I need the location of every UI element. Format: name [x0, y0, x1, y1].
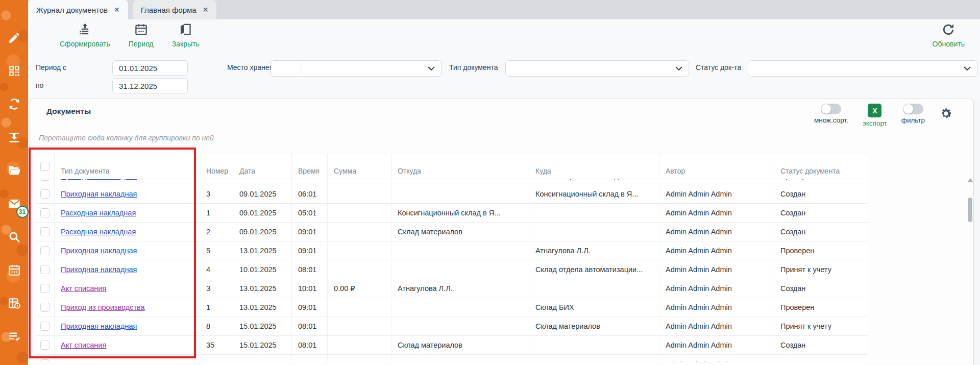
sidebar-item-edit[interactable] [7, 32, 21, 46]
multi-sort-label: множ.сорт. [814, 116, 848, 124]
period-to-input[interactable]: 31.12.2025 [112, 78, 188, 93]
refresh-label: Обновить [933, 40, 965, 48]
column-header[interactable]: Тип документа [54, 154, 200, 179]
select-all-checkbox[interactable] [40, 162, 50, 171]
generate-icon [78, 22, 92, 38]
doc-type-link[interactable]: Приходная накладная [61, 247, 137, 255]
toolbar: Сформировать Период Закрыть Обновить [28, 19, 980, 56]
sidebar-item-import[interactable] [7, 131, 21, 145]
refresh-icon [941, 22, 955, 39]
chevron-down-icon[interactable] [964, 66, 971, 71]
doc-type-link[interactable]: Акт списания [61, 284, 106, 293]
doc-type-link[interactable]: Акт списания [61, 341, 106, 349]
filter-label: фильтр [901, 116, 925, 124]
row-checkbox[interactable] [40, 179, 50, 181]
row-checkbox[interactable] [40, 284, 50, 293]
sidebar-item-qr[interactable] [7, 65, 21, 79]
chevron-down-icon[interactable] [675, 66, 682, 71]
row-checkbox[interactable] [40, 359, 50, 361]
column-header[interactable]: Номер [200, 154, 233, 179]
sidebar-item-sync[interactable] [7, 98, 21, 112]
search-icon [8, 230, 21, 246]
export-excel-button[interactable]: X экспорт [863, 104, 887, 127]
close-tab-icon[interactable]: ✕ [114, 6, 120, 14]
refresh-button[interactable]: Обновить [933, 22, 965, 48]
scroll-up-icon[interactable] [968, 178, 973, 182]
table-body: Приходная накладнаяКонсигнационный склад… [36, 179, 868, 361]
period-to-label: по [36, 81, 43, 89]
table-row: Приходная накладная309.01.202506:01Конси… [36, 185, 868, 204]
row-checkbox[interactable] [40, 208, 50, 217]
column-header[interactable]: Куда [529, 154, 659, 179]
doc-type-link[interactable]: Приходная накладная [61, 179, 137, 180]
toggle-knob [903, 104, 913, 114]
sidebar: 31 [0, 0, 28, 365]
sidebar-item-search[interactable] [7, 231, 21, 245]
column-header[interactable]: Откуда [391, 154, 529, 179]
tasks-checklist-icon [8, 330, 21, 345]
status-select[interactable] [748, 60, 977, 77]
period-from-input[interactable]: 01.01.2025 [112, 60, 188, 76]
report-schedule-icon [8, 297, 21, 312]
close-tab-icon[interactable]: ✕ [203, 6, 209, 14]
mail-badge: 31 [16, 206, 29, 218]
table-row: Приходная накладнаяКонсигнационный склад… [36, 179, 868, 185]
chevron-down-icon[interactable] [428, 66, 435, 71]
column-header[interactable]: Статус документа [774, 154, 868, 179]
filter-toggle[interactable]: фильтр [901, 104, 925, 124]
settings-button[interactable] [939, 107, 953, 123]
table-row: Приходная накладная916.01.202506:01Склад… [36, 355, 868, 361]
storage-code-input[interactable] [271, 61, 302, 76]
documents-panel: Документы множ.сорт. X экспорт фильтр Пе… [30, 99, 974, 365]
table-row: Приходная накладная513.01.202509:01Атнаг… [36, 241, 868, 260]
tab-main-form[interactable]: Главная форма ✕ [133, 0, 217, 19]
close-door-icon [179, 22, 192, 38]
row-checkbox[interactable] [40, 340, 50, 350]
column-header[interactable]: Дата [233, 154, 291, 179]
storage-select[interactable] [271, 60, 442, 77]
doc-type-label: Тип документа [449, 63, 498, 71]
tab-bar: Журнал документов ✕ Главная форма ✕ [28, 0, 980, 19]
doc-type-link[interactable]: Приходная накладная [61, 322, 137, 330]
table-row: Приход из производства113.01.202509:01Ск… [36, 298, 868, 317]
doc-type-link[interactable]: Приходная накладная [61, 190, 137, 198]
header-select-all[interactable] [36, 154, 54, 179]
row-checkbox[interactable] [40, 322, 50, 331]
sidebar-item-tasks[interactable] [7, 330, 21, 345]
toggle-track[interactable] [903, 104, 923, 114]
sidebar-item-folder[interactable] [7, 164, 21, 179]
gear-icon [939, 113, 953, 122]
table-row: Приходная накладная410.01.202508:01Склад… [36, 260, 868, 279]
row-checkbox[interactable] [40, 265, 50, 274]
column-header[interactable]: Время [291, 154, 327, 179]
doc-type-link[interactable]: Приходная накладная [61, 265, 137, 274]
doc-type-select[interactable] [505, 60, 689, 77]
scrollbar-thumb[interactable] [968, 198, 972, 222]
excel-icon[interactable]: X [868, 104, 881, 117]
column-header[interactable]: Автор [659, 154, 774, 179]
sidebar-item-calendar[interactable] [7, 264, 21, 278]
clipped-row: Приходная накладнаяКонсигнационный склад… [36, 179, 868, 185]
doc-type-link[interactable]: Приход из производства [61, 303, 145, 311]
edit-icon [8, 31, 21, 46]
multi-sort-toggle[interactable]: множ.сорт. [814, 104, 848, 124]
generate-button[interactable]: Сформировать [60, 22, 110, 48]
toggle-track[interactable] [821, 104, 841, 114]
table-row: Акт списания3515.01.202508:01Склад матер… [36, 336, 868, 355]
panel-title: Документы [46, 107, 91, 116]
doc-type-link[interactable]: Расходная накладная [61, 228, 136, 236]
sidebar-item-mail[interactable]: 31 [7, 198, 21, 212]
doc-type-link[interactable]: Расходная накладная [61, 209, 136, 217]
close-journal-button[interactable]: Закрыть [172, 22, 200, 48]
doc-type-link[interactable]: Приходная накладная [61, 360, 137, 361]
documents-table: Тип документаНомерДатаВремяСуммаОткудаКу… [36, 154, 868, 361]
row-checkbox[interactable] [40, 246, 50, 255]
vertical-scrollbar[interactable] [967, 178, 973, 362]
sidebar-item-reports[interactable] [7, 297, 21, 311]
column-header[interactable]: Сумма [327, 154, 391, 179]
tab-journal[interactable]: Журнал документов ✕ [28, 0, 128, 19]
row-checkbox[interactable] [40, 303, 50, 312]
row-checkbox[interactable] [40, 189, 50, 199]
row-checkbox[interactable] [40, 227, 50, 236]
period-button[interactable]: Период [129, 22, 154, 48]
